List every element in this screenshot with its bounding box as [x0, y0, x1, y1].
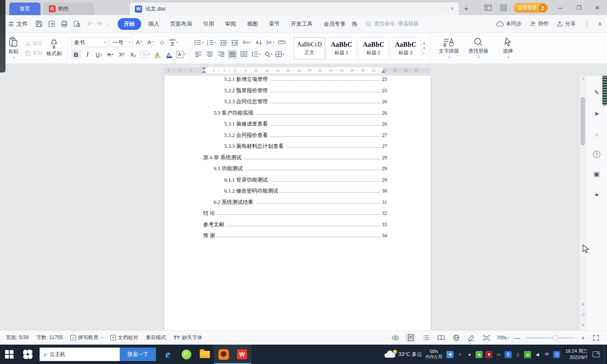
- zoom-out-button[interactable]: —: [514, 335, 520, 341]
- login-button[interactable]: 立即登录: [514, 3, 548, 13]
- right-indent-marker[interactable]: [381, 70, 385, 73]
- bullet-list-button[interactable]: [193, 38, 204, 47]
- ribbon-tab[interactable]: 引用: [198, 18, 220, 30]
- compat-mode-indicator[interactable]: 兼容模式: [146, 334, 166, 341]
- close-button[interactable]: ✕: [591, 5, 604, 11]
- ribbon-tab-more[interactable]: 推 ›: [351, 18, 360, 30]
- ribbon-tab[interactable]: 页面布局: [165, 18, 198, 30]
- ink-annotate-icon[interactable]: [466, 333, 476, 343]
- toc-entry[interactable]: 第 6 章 系统测试 29: [164, 154, 387, 166]
- browser-globe-icon[interactable]: ◉: [524, 351, 531, 358]
- subscript-button[interactable]: X₂: [128, 50, 138, 59]
- underline-button[interactable]: U: [94, 50, 104, 59]
- more-options-icon[interactable]: ⋮: [584, 21, 589, 27]
- file-menu[interactable]: ☰ 文件: [8, 20, 28, 28]
- workspace-icon[interactable]: [483, 5, 493, 11]
- toc-entry[interactable]: 5.3 客户功能实现 26: [164, 110, 387, 121]
- wps-taskbar-icon[interactable]: W: [233, 345, 251, 364]
- increase-font-icon[interactable]: A⁺: [134, 38, 144, 47]
- clear-format-icon[interactable]: ◇: [157, 38, 167, 47]
- toc-entry[interactable]: 致 谢 34: [164, 232, 387, 244]
- search-go-button[interactable]: 搜索一下: [120, 348, 156, 361]
- increase-indent-button[interactable]: [230, 38, 239, 47]
- new-tab-button[interactable]: +: [461, 4, 471, 14]
- phone-link-icon[interactable]: ▯: [514, 351, 521, 358]
- font-color-button[interactable]: A: [164, 50, 174, 59]
- start-button[interactable]: [0, 345, 19, 364]
- outline-view-icon[interactable]: [421, 333, 431, 343]
- fit-page-icon[interactable]: [481, 333, 492, 343]
- previous-page-icon[interactable]: ∧: [582, 302, 585, 306]
- minimize-button[interactable]: —: [554, 5, 567, 11]
- bell-icon[interactable]: ●: [466, 351, 473, 358]
- paste-button[interactable]: 粘贴: [3, 37, 24, 59]
- edit-pen-icon[interactable]: ✎: [592, 88, 602, 98]
- tab-home[interactable]: 首页: [9, 3, 40, 15]
- vertical-scrollbar[interactable]: ∧ ∧ ∨: [579, 76, 586, 330]
- toc-entry[interactable]: 参考文献 33: [164, 221, 387, 233]
- skill-tips-icon[interactable]: ✦: [592, 190, 602, 200]
- style-more-icon[interactable]: ≡: [422, 51, 426, 55]
- bold-button[interactable]: B: [71, 50, 81, 59]
- toc-entry[interactable]: 6.1.2 修改密码功能测试 30: [164, 187, 387, 199]
- document-page[interactable]: 5.2.1 新增立项管理 25 5.2.2 预算报价管理 25 5.2.3 合同…: [164, 76, 431, 330]
- command-search[interactable]: 查找命令, 搜索模板: [365, 20, 437, 27]
- eye-protect-icon[interactable]: [390, 333, 400, 343]
- redo-icon[interactable]: ↷: [97, 20, 102, 28]
- decrease-indent-button[interactable]: [218, 38, 228, 47]
- sort-button[interactable]: A: [254, 38, 264, 47]
- scroll-up-icon[interactable]: ∧: [580, 77, 586, 80]
- ribbon-tab[interactable]: 插入: [143, 18, 165, 30]
- tab-docer[interactable]: 稻 稻壳: [44, 3, 94, 15]
- zoom-slider-knob[interactable]: [553, 335, 558, 340]
- adjust-sliders-icon[interactable]: ≑: [592, 130, 602, 140]
- text-layout-button[interactable]: 文字排版: [434, 37, 464, 59]
- tab-home-ribbon[interactable]: 开始: [118, 18, 141, 30]
- align-center-button[interactable]: [205, 50, 215, 59]
- decrease-font-icon[interactable]: A⁻: [146, 38, 156, 47]
- justify-button[interactable]: [228, 50, 237, 59]
- ribbon-tab[interactable]: 章节: [263, 18, 285, 30]
- select-button[interactable]: 选择: [493, 37, 523, 59]
- hanging-indent-marker[interactable]: [202, 70, 206, 73]
- scrollbar-thumb[interactable]: [580, 97, 585, 145]
- apps-grid-icon[interactable]: [499, 5, 508, 11]
- first-line-indent-marker[interactable]: [202, 67, 206, 70]
- taskbar-search[interactable]: e 云主机 搜索一下: [40, 348, 156, 361]
- help-icon[interactable]: ?: [593, 151, 600, 158]
- show-desktop-button[interactable]: [604, 345, 606, 364]
- word-count[interactable]: 字数: 11755: [36, 334, 63, 341]
- read-mode-icon[interactable]: [436, 333, 446, 343]
- borders-button[interactable]: [275, 50, 285, 59]
- print-preview-icon[interactable]: [73, 20, 81, 27]
- font-name-select[interactable]: 隶书: [71, 37, 108, 47]
- format-painter-button[interactable]: 格式刷: [44, 39, 64, 57]
- ribbon-tab[interactable]: 视图: [242, 18, 263, 30]
- zoom-level[interactable]: 70%: [497, 335, 509, 341]
- restore-button[interactable]: ❐: [572, 5, 585, 11]
- page-view-icon[interactable]: [406, 333, 416, 343]
- tab-ruler-button[interactable]: [277, 38, 287, 47]
- style-scroll-down-icon[interactable]: ▼: [422, 46, 426, 50]
- security-shield-icon[interactable]: ✚: [446, 351, 454, 358]
- taskbar-clock[interactable]: 16:24 周三 2022/9/7: [565, 348, 588, 361]
- toc-entry[interactable]: 5.2.2 预算报价管理 25: [164, 87, 387, 99]
- toc-entry[interactable]: 结 论 32: [164, 210, 387, 221]
- web-view-icon[interactable]: [451, 333, 461, 343]
- toc-entry[interactable]: 6.1 功能测试 29: [164, 165, 387, 177]
- toc-entry[interactable]: 5.3.2 合同报价查看 27: [164, 132, 387, 143]
- memory-usage-widget[interactable]: 58% 内存占用: [425, 349, 442, 360]
- toc-entry[interactable]: 5.3.1 装修进度查看 26: [164, 120, 387, 132]
- style-item[interactable]: AaBbC 标题 1: [326, 37, 357, 59]
- ribbon-tab[interactable]: 会员专享: [318, 18, 351, 30]
- action-center-icon[interactable]: [593, 351, 600, 357]
- align-left-button[interactable]: [193, 50, 203, 59]
- ime-indicator[interactable]: 中: [543, 351, 551, 358]
- toc-entry[interactable]: 6.1.1 登录功能测试 29: [164, 177, 387, 188]
- circled-char-button[interactable]: A: [140, 50, 151, 59]
- char-scale-button[interactable]: A: [241, 38, 252, 47]
- line-spacing-button[interactable]: [250, 50, 261, 59]
- missing-font-button[interactable]: T? 缺失字体: [174, 334, 202, 341]
- wine-app-icon[interactable]: ▼: [485, 351, 492, 358]
- zoom-in-button[interactable]: +: [580, 335, 586, 341]
